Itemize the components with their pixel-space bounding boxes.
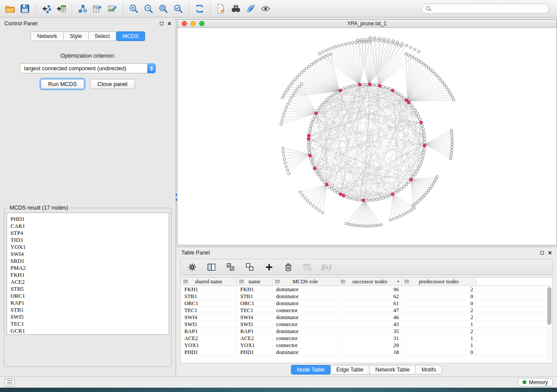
- network-node[interactable]: [387, 39, 390, 41]
- mcds-node[interactable]: [362, 199, 365, 202]
- network-node[interactable]: [419, 118, 421, 120]
- network-node[interactable]: [451, 135, 453, 138]
- network-node[interactable]: [415, 58, 418, 61]
- network-node[interactable]: [287, 172, 290, 175]
- network-node[interactable]: [423, 134, 426, 137]
- network-node[interactable]: [415, 112, 418, 115]
- network-node[interactable]: [438, 77, 440, 79]
- network-node[interactable]: [375, 198, 378, 201]
- network-node[interactable]: [334, 45, 337, 48]
- network-node[interactable]: [353, 224, 356, 227]
- network-node[interactable]: [418, 199, 421, 202]
- network-node[interactable]: [315, 170, 318, 173]
- network-node[interactable]: [379, 197, 381, 200]
- deselect-all-rows-button[interactable]: [245, 262, 255, 272]
- network-node[interactable]: [412, 107, 415, 109]
- import-table-button[interactable]: [54, 2, 69, 16]
- network-node[interactable]: [414, 48, 416, 51]
- network-node[interactable]: [345, 222, 348, 225]
- select-all-rows-button[interactable]: [225, 262, 236, 272]
- mcds-node[interactable]: [313, 167, 316, 170]
- network-node[interactable]: [429, 187, 432, 190]
- network-node[interactable]: [304, 197, 307, 199]
- network-node[interactable]: [408, 181, 410, 183]
- mcds-node[interactable]: [378, 84, 381, 87]
- float-panel-icon[interactable]: [540, 251, 544, 254]
- network-node[interactable]: [371, 225, 374, 227]
- network-node[interactable]: [323, 181, 325, 183]
- mcds-node[interactable]: [423, 144, 426, 147]
- network-node[interactable]: [450, 132, 453, 134]
- network-node[interactable]: [359, 199, 361, 201]
- network-node[interactable]: [434, 72, 436, 75]
- network-node[interactable]: [418, 50, 420, 53]
- network-node[interactable]: [423, 148, 426, 150]
- network-node[interactable]: [413, 207, 416, 210]
- network-node[interactable]: [369, 36, 372, 39]
- network-node[interactable]: [415, 170, 418, 173]
- tab-motifs[interactable]: Motifs: [416, 365, 442, 375]
- style-brush-button[interactable]: [243, 2, 258, 16]
- mcds-node[interactable]: [409, 178, 412, 181]
- tab-style[interactable]: Style: [64, 31, 89, 41]
- table-settings-button[interactable]: [187, 262, 197, 272]
- function-builder-button[interactable]: f(x): [322, 263, 331, 271]
- network-node[interactable]: [318, 58, 321, 61]
- network-node[interactable]: [282, 151, 284, 153]
- network-node[interactable]: [450, 152, 453, 155]
- network-node[interactable]: [296, 76, 298, 79]
- network-node[interactable]: [436, 75, 439, 77]
- table-scrollbar[interactable]: [547, 286, 552, 362]
- network-node[interactable]: [299, 191, 301, 194]
- network-node[interactable]: [310, 124, 312, 127]
- network-node[interactable]: [362, 225, 365, 227]
- network-node[interactable]: [315, 207, 318, 210]
- network-node[interactable]: [284, 91, 287, 93]
- network-node[interactable]: [322, 211, 324, 214]
- network-node[interactable]: [283, 155, 285, 157]
- network-node[interactable]: [356, 39, 359, 41]
- network-node[interactable]: [400, 94, 402, 97]
- network-node[interactable]: [368, 225, 371, 227]
- network-node[interactable]: [288, 86, 291, 88]
- network-node[interactable]: [408, 54, 410, 56]
- network-node[interactable]: [307, 199, 309, 202]
- network-node[interactable]: [420, 61, 423, 64]
- network-node[interactable]: [338, 45, 340, 47]
- tab-network[interactable]: Network: [31, 31, 64, 41]
- zoom-out-button[interactable]: [141, 2, 156, 16]
- network-node[interactable]: [311, 161, 313, 163]
- network-node[interactable]: [448, 91, 451, 93]
- network-node[interactable]: [365, 225, 368, 227]
- network-node[interactable]: [283, 113, 285, 115]
- sort-arrow-icon[interactable]: ▾: [397, 279, 399, 284]
- network-node[interactable]: [308, 148, 310, 150]
- network-node[interactable]: [312, 164, 315, 167]
- network-node[interactable]: [352, 197, 354, 200]
- network-node[interactable]: [432, 183, 435, 186]
- network-node[interactable]: [436, 175, 439, 178]
- network-node[interactable]: [427, 66, 430, 69]
- network-canvas[interactable]: [177, 28, 557, 245]
- network-node[interactable]: [328, 186, 331, 188]
- network-node[interactable]: [382, 196, 384, 199]
- network-node[interactable]: [333, 93, 336, 95]
- network-node[interactable]: [355, 198, 358, 201]
- network-node[interactable]: [451, 146, 453, 149]
- network-node[interactable]: [367, 38, 369, 41]
- network-node[interactable]: [285, 165, 287, 168]
- mcds-node[interactable]: [307, 134, 310, 137]
- save-session-button[interactable]: [17, 2, 32, 16]
- memory-button[interactable]: Memory: [518, 378, 553, 386]
- network-node[interactable]: [349, 86, 351, 88]
- network-node[interactable]: [430, 185, 433, 188]
- network-node[interactable]: [290, 83, 292, 86]
- network-node[interactable]: [341, 44, 344, 46]
- network-node[interactable]: [443, 83, 446, 86]
- network-node[interactable]: [284, 110, 287, 112]
- search-input[interactable]: [434, 6, 545, 12]
- result-item[interactable]: FKH1: [10, 272, 169, 279]
- network-from-selection-button[interactable]: [75, 2, 90, 16]
- network-node[interactable]: [450, 158, 452, 160]
- network-node[interactable]: [346, 86, 348, 89]
